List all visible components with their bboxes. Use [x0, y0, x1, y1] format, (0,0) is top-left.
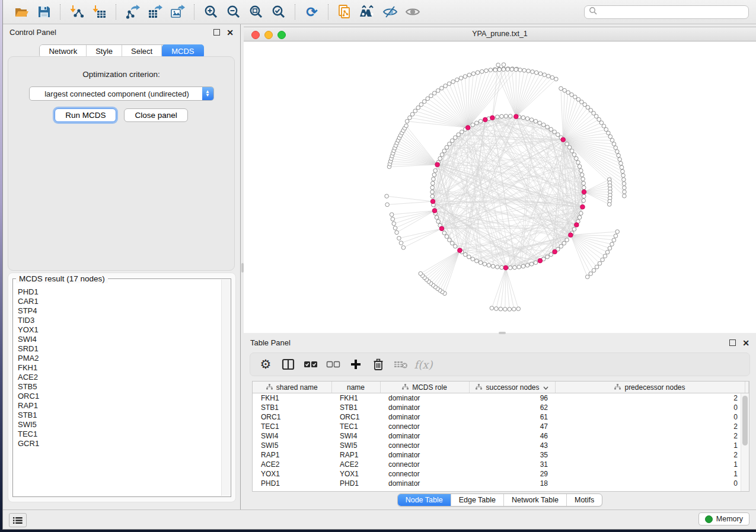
export-network-icon[interactable]: [124, 4, 142, 20]
tab-motifs[interactable]: Motifs: [567, 494, 602, 506]
table-row[interactable]: ACE2ACE2connector311: [253, 460, 749, 469]
mcds-result-item[interactable]: PHD1: [18, 287, 221, 297]
show-all-icon[interactable]: [404, 4, 422, 20]
table-row[interactable]: SWI5SWI5connector431: [253, 441, 749, 450]
table-cell[interactable]: SWI5: [331, 441, 380, 450]
table-cell[interactable]: ORC1: [331, 412, 380, 422]
table-cell[interactable]: dominator: [380, 431, 469, 441]
table-cell[interactable]: 31: [469, 460, 555, 469]
save-session-icon[interactable]: [35, 4, 53, 20]
select-all-checkbox-icon[interactable]: [302, 357, 319, 372]
memory-button[interactable]: Memory: [698, 512, 749, 525]
refresh-icon[interactable]: ⟳: [303, 4, 321, 20]
table-row[interactable]: ORC1ORC1dominator610: [253, 412, 749, 422]
window-minimize-icon[interactable]: [264, 31, 273, 39]
table-cell[interactable]: 0: [555, 403, 745, 412]
zoom-fit-icon[interactable]: [247, 4, 265, 20]
table-cell[interactable]: 43: [469, 441, 555, 450]
table-cell[interactable]: dominator: [380, 450, 469, 460]
export-table-icon[interactable]: [146, 4, 164, 20]
table-row[interactable]: STB1STB1dominator620: [253, 403, 749, 412]
close-panel-button[interactable]: Close panel: [124, 108, 187, 122]
table-row[interactable]: PHD1PHD1dominator180: [253, 479, 749, 488]
table-cell[interactable]: 0: [555, 412, 745, 422]
table-row[interactable]: SWI4SWI4dominator462: [253, 431, 749, 441]
mcds-result-item[interactable]: STB1: [18, 411, 221, 420]
column-header[interactable]: MCDS role: [380, 382, 469, 393]
table-cell[interactable]: YOX1: [253, 469, 331, 479]
mcds-result-item[interactable]: SRD1: [18, 344, 221, 354]
tab-node-table[interactable]: Node Table: [398, 494, 451, 506]
table-row[interactable]: YOX1YOX1connector291: [253, 469, 749, 479]
new-network-from-selection-icon[interactable]: [336, 4, 354, 20]
hide-selected-icon[interactable]: [381, 4, 399, 20]
table-cell[interactable]: PHD1: [331, 479, 380, 488]
column-header[interactable]: shared name: [253, 382, 331, 393]
table-cell[interactable]: connector: [380, 460, 469, 469]
table-cell[interactable]: dominator: [380, 403, 469, 412]
table-cell[interactable]: connector: [380, 422, 469, 431]
table-cell[interactable]: 0: [555, 479, 745, 488]
mcds-result-item[interactable]: YOX1: [18, 325, 221, 335]
mcds-result-item[interactable]: RAP1: [18, 401, 221, 411]
table-row[interactable]: TEC1TEC1connector472: [253, 422, 749, 431]
mcds-result-item[interactable]: CAR1: [18, 297, 221, 306]
delete-icon[interactable]: [370, 357, 387, 372]
table-cell[interactable]: 1: [555, 469, 745, 479]
table-scrollbar[interactable]: [741, 393, 749, 491]
zoom-out-icon[interactable]: [225, 4, 243, 20]
mcds-result-item[interactable]: FKH1: [18, 363, 221, 373]
table-row[interactable]: RAP1RAP1dominator352: [253, 450, 749, 460]
table-cell[interactable]: YOX1: [331, 469, 380, 479]
table-cell[interactable]: 29: [469, 469, 555, 479]
table-cell[interactable]: connector: [380, 469, 469, 479]
mcds-result-list[interactable]: PHD1CAR1STP4TID3YOX1SWI4SRD1PMA2FKH1ACE2…: [14, 287, 221, 495]
table-cell[interactable]: 1: [555, 460, 745, 469]
mcds-result-item[interactable]: ACE2: [18, 373, 221, 382]
table-cell[interactable]: 1: [555, 441, 745, 450]
mcds-result-item[interactable]: TEC1: [18, 430, 221, 439]
deselect-all-checkbox-icon[interactable]: [325, 357, 342, 372]
search-input[interactable]: [584, 5, 749, 19]
network-canvas[interactable]: [244, 41, 756, 333]
table-cell[interactable]: STB1: [331, 403, 380, 412]
table-cell[interactable]: ORC1: [253, 412, 331, 422]
table-cell[interactable]: TEC1: [331, 422, 380, 431]
table-cell[interactable]: 96: [469, 393, 555, 403]
mcds-result-item[interactable]: PMA2: [18, 354, 221, 363]
open-file-icon[interactable]: [12, 4, 30, 20]
table-cell[interactable]: 2: [555, 450, 745, 460]
tab-network[interactable]: Network: [40, 45, 87, 57]
optimization-criterion-select[interactable]: largest connected component (undirected)…: [29, 86, 214, 101]
table-cell[interactable]: FKH1: [253, 393, 331, 403]
table-cell[interactable]: SWI5: [253, 441, 331, 450]
mcds-result-item[interactable]: SWI4: [18, 335, 221, 344]
table-cell[interactable]: 2: [555, 393, 745, 403]
zoom-in-icon[interactable]: [202, 4, 220, 20]
mcds-result-item[interactable]: SWI5: [18, 420, 221, 430]
window-maximize-icon[interactable]: [277, 31, 286, 39]
table-cell[interactable]: PHD1: [253, 479, 331, 488]
table-scrollbar-thumb[interactable]: [742, 396, 748, 446]
close-table-panel-icon[interactable]: ✕: [742, 340, 749, 346]
float-panel-icon[interactable]: [213, 29, 220, 36]
delete-table-icon[interactable]: [393, 357, 409, 372]
mcds-result-scrollbar[interactable]: [221, 280, 230, 496]
table-cell[interactable]: ACE2: [253, 460, 331, 469]
add-icon[interactable]: [347, 357, 364, 372]
column-header[interactable]: successor nodes: [469, 382, 555, 393]
table-cell[interactable]: dominator: [380, 393, 469, 403]
close-panel-icon[interactable]: ✕: [227, 30, 234, 36]
table-row[interactable]: FKH1FKH1dominator962: [253, 393, 749, 403]
table-cell[interactable]: SWI4: [253, 431, 331, 441]
mcds-result-item[interactable]: STB5: [18, 382, 221, 392]
table-settings-icon[interactable]: ⚙: [257, 357, 274, 372]
tab-network-table[interactable]: Network Table: [504, 494, 567, 506]
table-cell[interactable]: connector: [380, 441, 469, 450]
mcds-result-item[interactable]: GCR1: [18, 439, 221, 448]
table-cell[interactable]: 35: [469, 450, 555, 460]
zoom-selected-icon[interactable]: [270, 4, 288, 20]
table-cell[interactable]: 61: [469, 412, 555, 422]
table-cell[interactable]: RAP1: [331, 450, 380, 460]
first-neighbors-icon[interactable]: [359, 4, 377, 20]
